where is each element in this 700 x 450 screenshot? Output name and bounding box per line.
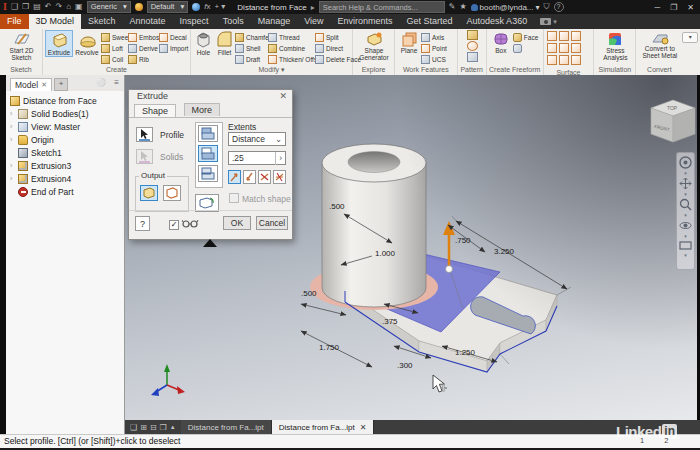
flyout-arrow-icon[interactable]: ›	[275, 152, 285, 165]
ruled-surface-icon[interactable]	[547, 55, 557, 65]
extrude-button[interactable]: Extrude	[45, 30, 73, 57]
pan-icon[interactable]	[679, 177, 692, 190]
close-icon[interactable]: ✕	[360, 423, 367, 432]
zoom-icon[interactable]	[679, 198, 692, 211]
tree-item-origin[interactable]: ›Origin	[6, 133, 124, 146]
view-cube[interactable]: TOP FRONT	[648, 96, 698, 152]
extrude-dialog[interactable]: Extrude ✕ Shape More Profile Solids Outp…	[128, 89, 293, 240]
match-shape-checkbox[interactable]	[229, 193, 239, 203]
browser-menu-icon[interactable]: ≡	[114, 78, 119, 87]
tab-annotate[interactable]: Annotate	[123, 14, 173, 29]
part-model[interactable]	[310, 144, 557, 372]
search-input[interactable]	[319, 1, 445, 13]
expand-arrow-icon[interactable]: ›	[10, 175, 15, 182]
cart-icon[interactable]: ⛉	[544, 2, 550, 12]
tree-item-sketch1[interactable]: Sketch1	[6, 146, 124, 159]
save-icon[interactable]: ▤	[33, 2, 41, 12]
untrim-icon[interactable]	[559, 55, 569, 65]
mirror-icon[interactable]	[467, 52, 478, 62]
dialog-help-button[interactable]: ?	[135, 216, 150, 231]
chevron-down-icon[interactable]: ▾	[684, 234, 687, 238]
ucs-button[interactable]: UCS	[421, 54, 455, 64]
revolve-button[interactable]: Revolve	[73, 30, 101, 57]
tree-item-solid-bodies[interactable]: ›Solid Bodies(1)	[6, 107, 124, 120]
new-file-icon[interactable]: ❑	[11, 2, 18, 12]
chevron-down-icon[interactable]: ▾	[684, 253, 687, 257]
draft-button[interactable]: Draft	[235, 54, 268, 64]
tab-tools[interactable]: Tools	[216, 14, 251, 29]
chamfer-button[interactable]: Chamfer	[235, 32, 268, 42]
rectangular-pattern-icon[interactable]	[467, 30, 478, 40]
expand-arrow-icon[interactable]: ›	[10, 123, 15, 130]
dialog-tab-more[interactable]: More	[184, 103, 221, 116]
look-at-icon[interactable]	[679, 240, 692, 251]
tab-view[interactable]: View	[297, 14, 330, 29]
profile-select-button[interactable]	[136, 127, 153, 142]
stitch-icon[interactable]	[547, 31, 557, 41]
loft-button[interactable]: Loft	[101, 43, 128, 53]
delete-face-button[interactable]: Delete Face	[315, 54, 351, 64]
expand-arrow-icon[interactable]: ›	[10, 162, 15, 169]
add-browser-button[interactable]: +	[54, 78, 68, 91]
tree-item-end-of-part[interactable]: End of Part	[6, 185, 124, 198]
preview-glasses-icon[interactable]	[182, 219, 199, 228]
solids-select-button[interactable]	[136, 149, 153, 164]
ribbon-options-button[interactable]: ▾	[682, 32, 698, 43]
point-button[interactable]: Point	[421, 43, 455, 53]
join-button[interactable]	[198, 125, 218, 142]
combine-button[interactable]: Combine	[268, 43, 315, 53]
tree-item-extrusion3[interactable]: ›Extrusion3	[6, 159, 124, 172]
decal-button[interactable]: Decal	[159, 32, 189, 42]
minimize-button[interactable]: ─	[651, 3, 663, 12]
dialog-close-icon[interactable]: ✕	[279, 91, 287, 101]
direction-symmetric-button[interactable]	[258, 170, 271, 184]
hole-button[interactable]: Hole	[193, 30, 214, 57]
patch-icon[interactable]	[559, 31, 569, 41]
render-icon[interactable]: ▣	[75, 2, 83, 12]
freeform-box-button[interactable]: Box	[489, 30, 513, 55]
sculpt-icon[interactable]	[547, 43, 557, 53]
tab-sketch[interactable]: Sketch	[81, 14, 123, 29]
favorites-star-icon[interactable]: ★	[459, 2, 466, 12]
direction-asymmetric-button[interactable]	[273, 170, 286, 184]
doc-tab-1[interactable]: Distance from Fa...ipt	[181, 420, 272, 434]
emboss-button[interactable]: Emboss	[128, 32, 159, 42]
direction-flipped-button[interactable]	[243, 170, 256, 184]
cut-button[interactable]	[198, 145, 218, 162]
coil-button[interactable]: Coil	[101, 54, 128, 64]
search-icon[interactable]: ⚪	[96, 78, 106, 87]
import-button[interactable]: Import	[159, 43, 189, 53]
split-button[interactable]: Split	[315, 32, 351, 42]
freeform-face-button[interactable]: Face	[513, 32, 541, 42]
expand-arrow-icon[interactable]: ›	[10, 136, 15, 143]
shape-generator-button[interactable]: Shape Generator	[355, 30, 393, 62]
appearance-swatch-icon[interactable]	[135, 3, 143, 11]
stress-analysis-button[interactable]: Stress Analysis	[596, 30, 634, 62]
pencil-icon[interactable]: ✎	[449, 2, 456, 12]
measure-plus-icon[interactable]: + ▾	[214, 2, 225, 12]
thicken-offset-button[interactable]: Thicken/ Offset	[268, 54, 315, 64]
chevron-down-icon[interactable]: ▾	[684, 171, 687, 175]
camera-icon[interactable]	[540, 18, 551, 25]
rib-button[interactable]: Rib	[128, 54, 159, 64]
tile-horizontal-icon[interactable]: ⊟	[150, 423, 157, 432]
tab-inspect[interactable]: Inspect	[173, 14, 216, 29]
tab-autodesk-a360[interactable]: Autodesk A360	[460, 14, 535, 29]
navigation-wheel-icon[interactable]	[679, 156, 692, 169]
trim-icon[interactable]	[571, 31, 581, 41]
expand-up-icon[interactable]: ▲	[170, 424, 176, 430]
tab-3d-model[interactable]: 3D Model	[29, 14, 82, 29]
extents-type-select[interactable]: Distance ⌄	[228, 132, 286, 146]
intersect-button[interactable]	[198, 165, 218, 182]
tile-vertical-icon[interactable]: ❒	[160, 423, 167, 432]
tree-item-root[interactable]: Distance from Face	[6, 94, 124, 107]
tab-environments[interactable]: Environments	[331, 14, 400, 29]
doc-tab-2[interactable]: Distance from Fa...ipt✕	[272, 420, 375, 434]
browser-tab-model[interactable]: Model✕	[10, 78, 52, 91]
cancel-button[interactable]: Cancel	[256, 216, 288, 230]
title-arrow-icon[interactable]: ▸	[311, 3, 315, 12]
restore-button[interactable]: ❐	[667, 3, 680, 12]
dialog-tab-shape[interactable]: Shape	[134, 104, 176, 117]
tab-manage[interactable]: Manage	[251, 14, 298, 29]
dialog-expand-arrow[interactable]	[203, 239, 217, 247]
